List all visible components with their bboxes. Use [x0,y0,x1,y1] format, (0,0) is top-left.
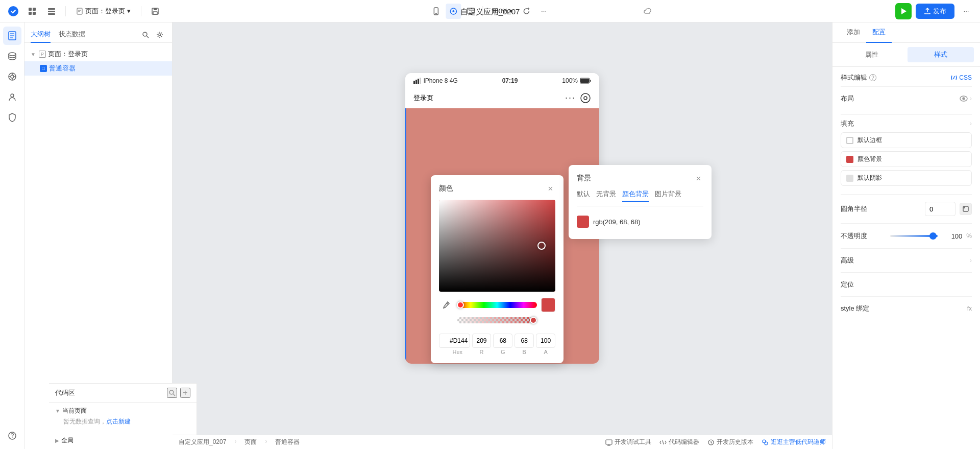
phone-status-right: 100% [562,77,591,84]
svg-rect-53 [963,206,968,211]
panel-tabs: 大纲树 状态数据 [24,22,172,43]
sidebar-security-btn[interactable] [3,108,21,127]
page-selector-label: 页面：登录页 [85,7,125,16]
refresh-btn[interactable] [519,4,534,19]
b-input[interactable]: 68 [514,334,534,348]
sidebar-components-btn[interactable] [3,67,21,86]
sub-tab-attrs[interactable]: 属性 [839,47,905,62]
svg-rect-2 [33,8,36,11]
bg-popup-close-btn[interactable]: ✕ [693,173,703,183]
tree-item-container[interactable]: □ 普通容器 [24,61,172,76]
bg-tab-image[interactable]: 图片背景 [655,190,681,202]
fill-arrow: › [970,120,972,127]
tree-search-btn[interactable] [139,29,152,41]
svg-marker-21 [901,8,906,14]
bg-tab-none[interactable]: 无背景 [596,190,616,202]
r-input[interactable]: 209 [472,334,492,348]
shadow-option[interactable]: 默认阴影 [841,170,972,186]
sidebar-data-btn[interactable] [3,47,21,65]
right-panel-sub-tabs: 属性 样式 [832,43,980,67]
border-option[interactable]: 默认边框 [841,132,972,148]
color-bg-option[interactable]: 颜色背景 [841,151,972,167]
item-action-settings[interactable]: ⚙ [151,51,156,58]
preview-btn[interactable] [895,3,912,19]
tablet-device-btn[interactable] [446,4,461,19]
color-cursor[interactable] [537,242,546,250]
sidebar-help-btn[interactable]: ? [3,427,21,445]
tab-outline[interactable]: 大纲树 [31,27,51,43]
alpha-slider[interactable] [457,317,537,323]
page-badge: P [39,51,46,58]
topbar-overflow-btn[interactable]: ··· [959,4,974,19]
phone-container: iPhone 8 4G 07:19 100% 登录页 ··· 颜色 [405,83,599,374]
divider-opacity [841,248,972,249]
tree-item-page[interactable]: ▼ P 页面：登录页 ⚙ 🔍 [24,47,172,61]
right-tab-add[interactable]: 添加 [841,22,866,43]
code-global-header[interactable]: ▶ 全局 [55,436,190,445]
desktop-device-btn[interactable] [463,4,478,19]
advanced-arrow: › [970,257,972,264]
right-tab-config[interactable]: 配置 [866,22,892,43]
sidebar-pages-btn[interactable] [3,27,21,45]
list-view-btn[interactable] [44,4,59,19]
code-panel-title: 代码区 [55,388,163,397]
bg-color-value: rgb(209, 68, 68) [593,218,703,226]
topbar-more-btn[interactable]: ··· [536,4,552,19]
opacity-controls: 100 % [890,231,972,241]
eyedropper-btn[interactable] [439,298,453,312]
layout-row[interactable]: 布局 › [841,91,972,110]
svg-rect-6 [48,11,55,12]
opacity-slider[interactable] [890,231,938,241]
mobile-device-btn[interactable] [428,4,444,19]
bg-popup: 背景 ✕ 默认 无背景 颜色背景 图片背景 rgb(209, 68, 68) [569,165,712,239]
color-picker-close-btn[interactable]: ✕ [545,183,555,194]
radius-input[interactable]: 0 [925,202,955,216]
zoom-selector[interactable]: 100% ▾ [487,5,517,17]
save-btn[interactable] [148,4,163,19]
divider-radius [841,223,972,224]
zoom-value: 100% [491,7,508,15]
hue-slider[interactable] [457,302,537,308]
community-link[interactable]: 逛逛主营低代码道师 [762,438,826,446]
svg-rect-5 [48,8,55,10]
dev-tools-btn[interactable]: 开发调试工具 [605,438,651,446]
color-gradient[interactable] [439,200,555,292]
item-action-search[interactable]: 🔍 [158,51,166,58]
positioning-row: 定位 [841,277,972,292]
code-current-header[interactable]: ▼ 当前页面 [55,407,190,415]
publish-btn[interactable]: 发布 [916,4,954,19]
code-editor-btn[interactable]: 代码编辑器 [659,438,699,446]
style-editor-help[interactable]: ? [869,74,876,81]
main-canvas[interactable]: iPhone 8 4G 07:19 100% 登录页 ··· 颜色 [173,22,832,435]
chevron-icon: ▼ [31,52,36,57]
radius-label: 圆角半径 [841,204,867,214]
bg-tab-default[interactable]: 默认 [577,190,590,202]
dev-history-btn[interactable]: 开发历史版本 [707,438,753,446]
grid-view-btn[interactable] [24,4,40,19]
tree-settings-btn[interactable] [154,29,166,41]
bg-tab-color[interactable]: 颜色背景 [622,190,649,202]
page-selector[interactable]: 页面：登录页 ▾ [72,5,135,18]
bg-color-swatch[interactable] [577,216,589,228]
layout-eye-icon[interactable] [960,96,968,102]
opacity-value: 100 [942,232,962,240]
code-new-link[interactable]: 点击新建 [106,418,131,425]
code-add-btn[interactable]: + [180,388,190,398]
g-input[interactable]: 68 [493,334,512,348]
sub-tab-style[interactable]: 样式 [908,47,974,62]
code-panel-actions: + [167,388,190,398]
hex-input[interactable]: D14444 [439,334,470,348]
code-search-btn[interactable] [167,388,177,398]
css-edit-btn[interactable]: CSS [951,74,972,81]
app-logo[interactable] [6,4,20,18]
radius-expand-btn[interactable] [960,203,972,215]
phone-nav-more: ··· [565,92,576,104]
opacity-row: 不透明度 100 % [841,228,972,244]
cloud-sync-btn[interactable] [640,4,655,19]
advanced-row[interactable]: 高级 › [841,253,972,268]
sidebar-users-btn[interactable] [3,88,21,106]
a-input[interactable]: 100 [536,334,555,348]
style-editor-label: 样式编辑 ? [841,73,876,82]
tab-state[interactable]: 状态数据 [59,27,85,43]
fx-badge[interactable]: fx [967,305,972,312]
